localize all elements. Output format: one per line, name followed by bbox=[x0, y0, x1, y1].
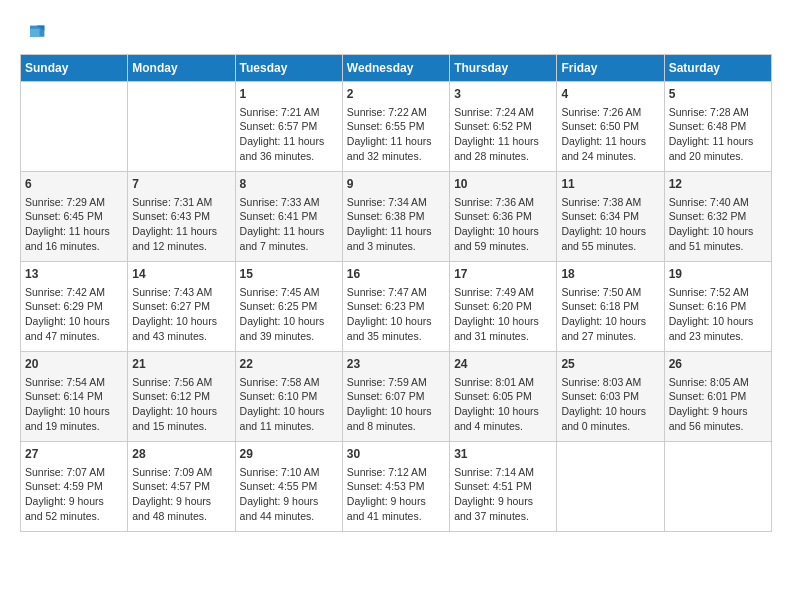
calendar-week-row: 20Sunrise: 7:54 AMSunset: 6:14 PMDayligh… bbox=[21, 352, 772, 442]
daylight-text: Daylight: 9 hours and 44 minutes. bbox=[240, 494, 338, 523]
sunrise-text: Sunrise: 7:58 AM bbox=[240, 375, 338, 390]
sunrise-text: Sunrise: 8:05 AM bbox=[669, 375, 767, 390]
sunset-text: Sunset: 6:55 PM bbox=[347, 119, 445, 134]
sunset-text: Sunset: 4:53 PM bbox=[347, 479, 445, 494]
daylight-text: Daylight: 10 hours and 47 minutes. bbox=[25, 314, 123, 343]
daylight-text: Daylight: 10 hours and 35 minutes. bbox=[347, 314, 445, 343]
calendar-cell: 25Sunrise: 8:03 AMSunset: 6:03 PMDayligh… bbox=[557, 352, 664, 442]
header-sunday: Sunday bbox=[21, 55, 128, 82]
calendar-header-row: Sunday Monday Tuesday Wednesday Thursday… bbox=[21, 55, 772, 82]
calendar-cell: 2Sunrise: 7:22 AMSunset: 6:55 PMDaylight… bbox=[342, 82, 449, 172]
calendar-cell: 26Sunrise: 8:05 AMSunset: 6:01 PMDayligh… bbox=[664, 352, 771, 442]
daylight-text: Daylight: 11 hours and 36 minutes. bbox=[240, 134, 338, 163]
calendar-cell: 31Sunrise: 7:14 AMSunset: 4:51 PMDayligh… bbox=[450, 442, 557, 532]
sunrise-text: Sunrise: 7:33 AM bbox=[240, 195, 338, 210]
sunset-text: Sunset: 6:27 PM bbox=[132, 299, 230, 314]
day-number: 29 bbox=[240, 446, 338, 463]
sunrise-text: Sunrise: 7:34 AM bbox=[347, 195, 445, 210]
calendar-cell: 19Sunrise: 7:52 AMSunset: 6:16 PMDayligh… bbox=[664, 262, 771, 352]
calendar-week-row: 1Sunrise: 7:21 AMSunset: 6:57 PMDaylight… bbox=[21, 82, 772, 172]
daylight-text: Daylight: 10 hours and 39 minutes. bbox=[240, 314, 338, 343]
calendar-cell bbox=[557, 442, 664, 532]
daylight-text: Daylight: 11 hours and 28 minutes. bbox=[454, 134, 552, 163]
sunset-text: Sunset: 6:38 PM bbox=[347, 209, 445, 224]
sunrise-text: Sunrise: 7:42 AM bbox=[25, 285, 123, 300]
sunset-text: Sunset: 4:57 PM bbox=[132, 479, 230, 494]
sunrise-text: Sunrise: 7:38 AM bbox=[561, 195, 659, 210]
calendar-cell: 21Sunrise: 7:56 AMSunset: 6:12 PMDayligh… bbox=[128, 352, 235, 442]
sunset-text: Sunset: 6:50 PM bbox=[561, 119, 659, 134]
sunset-text: Sunset: 6:52 PM bbox=[454, 119, 552, 134]
sunset-text: Sunset: 6:48 PM bbox=[669, 119, 767, 134]
sunrise-text: Sunrise: 7:49 AM bbox=[454, 285, 552, 300]
calendar-cell: 13Sunrise: 7:42 AMSunset: 6:29 PMDayligh… bbox=[21, 262, 128, 352]
header-friday: Friday bbox=[557, 55, 664, 82]
daylight-text: Daylight: 11 hours and 32 minutes. bbox=[347, 134, 445, 163]
day-number: 12 bbox=[669, 176, 767, 193]
sunset-text: Sunset: 4:51 PM bbox=[454, 479, 552, 494]
sunrise-text: Sunrise: 7:59 AM bbox=[347, 375, 445, 390]
sunrise-text: Sunrise: 7:47 AM bbox=[347, 285, 445, 300]
day-number: 20 bbox=[25, 356, 123, 373]
daylight-text: Daylight: 9 hours and 48 minutes. bbox=[132, 494, 230, 523]
sunrise-text: Sunrise: 7:14 AM bbox=[454, 465, 552, 480]
sunset-text: Sunset: 6:36 PM bbox=[454, 209, 552, 224]
day-number: 10 bbox=[454, 176, 552, 193]
sunset-text: Sunset: 6:20 PM bbox=[454, 299, 552, 314]
calendar-cell: 24Sunrise: 8:01 AMSunset: 6:05 PMDayligh… bbox=[450, 352, 557, 442]
sunset-text: Sunset: 6:10 PM bbox=[240, 389, 338, 404]
calendar-cell: 27Sunrise: 7:07 AMSunset: 4:59 PMDayligh… bbox=[21, 442, 128, 532]
sunrise-text: Sunrise: 7:40 AM bbox=[669, 195, 767, 210]
day-number: 7 bbox=[132, 176, 230, 193]
sunset-text: Sunset: 6:25 PM bbox=[240, 299, 338, 314]
daylight-text: Daylight: 10 hours and 8 minutes. bbox=[347, 404, 445, 433]
calendar-cell: 3Sunrise: 7:24 AMSunset: 6:52 PMDaylight… bbox=[450, 82, 557, 172]
daylight-text: Daylight: 10 hours and 11 minutes. bbox=[240, 404, 338, 433]
daylight-text: Daylight: 10 hours and 55 minutes. bbox=[561, 224, 659, 253]
sunrise-text: Sunrise: 7:36 AM bbox=[454, 195, 552, 210]
logo-icon bbox=[22, 20, 46, 44]
day-number: 31 bbox=[454, 446, 552, 463]
sunrise-text: Sunrise: 7:31 AM bbox=[132, 195, 230, 210]
sunrise-text: Sunrise: 7:28 AM bbox=[669, 105, 767, 120]
sunset-text: Sunset: 6:14 PM bbox=[25, 389, 123, 404]
calendar-cell: 16Sunrise: 7:47 AMSunset: 6:23 PMDayligh… bbox=[342, 262, 449, 352]
calendar-cell: 15Sunrise: 7:45 AMSunset: 6:25 PMDayligh… bbox=[235, 262, 342, 352]
daylight-text: Daylight: 10 hours and 0 minutes. bbox=[561, 404, 659, 433]
header-wednesday: Wednesday bbox=[342, 55, 449, 82]
calendar-table: Sunday Monday Tuesday Wednesday Thursday… bbox=[20, 54, 772, 532]
sunset-text: Sunset: 6:34 PM bbox=[561, 209, 659, 224]
sunset-text: Sunset: 6:29 PM bbox=[25, 299, 123, 314]
sunrise-text: Sunrise: 7:24 AM bbox=[454, 105, 552, 120]
calendar-cell: 28Sunrise: 7:09 AMSunset: 4:57 PMDayligh… bbox=[128, 442, 235, 532]
day-number: 18 bbox=[561, 266, 659, 283]
daylight-text: Daylight: 11 hours and 16 minutes. bbox=[25, 224, 123, 253]
calendar-week-row: 13Sunrise: 7:42 AMSunset: 6:29 PMDayligh… bbox=[21, 262, 772, 352]
calendar-cell: 7Sunrise: 7:31 AMSunset: 6:43 PMDaylight… bbox=[128, 172, 235, 262]
daylight-text: Daylight: 9 hours and 56 minutes. bbox=[669, 404, 767, 433]
calendar-cell: 9Sunrise: 7:34 AMSunset: 6:38 PMDaylight… bbox=[342, 172, 449, 262]
day-number: 19 bbox=[669, 266, 767, 283]
calendar-cell: 10Sunrise: 7:36 AMSunset: 6:36 PMDayligh… bbox=[450, 172, 557, 262]
day-number: 8 bbox=[240, 176, 338, 193]
day-number: 24 bbox=[454, 356, 552, 373]
day-number: 3 bbox=[454, 86, 552, 103]
day-number: 6 bbox=[25, 176, 123, 193]
page-header bbox=[20, 20, 772, 44]
calendar-cell: 18Sunrise: 7:50 AMSunset: 6:18 PMDayligh… bbox=[557, 262, 664, 352]
day-number: 26 bbox=[669, 356, 767, 373]
calendar-cell: 20Sunrise: 7:54 AMSunset: 6:14 PMDayligh… bbox=[21, 352, 128, 442]
sunrise-text: Sunrise: 7:21 AM bbox=[240, 105, 338, 120]
sunrise-text: Sunrise: 7:26 AM bbox=[561, 105, 659, 120]
day-number: 15 bbox=[240, 266, 338, 283]
sunset-text: Sunset: 6:18 PM bbox=[561, 299, 659, 314]
day-number: 4 bbox=[561, 86, 659, 103]
calendar-cell bbox=[21, 82, 128, 172]
sunset-text: Sunset: 6:01 PM bbox=[669, 389, 767, 404]
sunset-text: Sunset: 6:03 PM bbox=[561, 389, 659, 404]
daylight-text: Daylight: 11 hours and 24 minutes. bbox=[561, 134, 659, 163]
header-thursday: Thursday bbox=[450, 55, 557, 82]
daylight-text: Daylight: 9 hours and 41 minutes. bbox=[347, 494, 445, 523]
day-number: 14 bbox=[132, 266, 230, 283]
daylight-text: Daylight: 10 hours and 43 minutes. bbox=[132, 314, 230, 343]
